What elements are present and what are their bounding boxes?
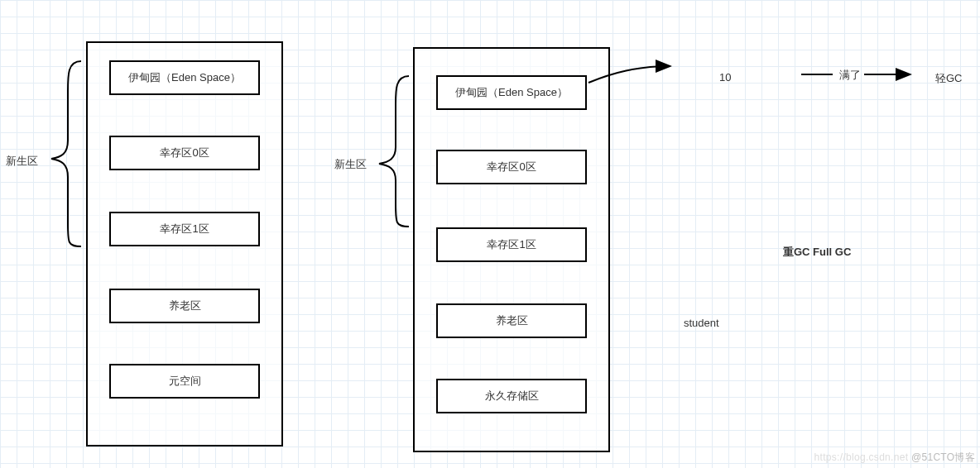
box-meta-left: 元空间 bbox=[109, 364, 260, 399]
box-label: 幸存区0区 bbox=[487, 160, 536, 174]
count-label: 10 bbox=[719, 71, 731, 84]
section-label-left: 新生区 bbox=[6, 154, 38, 169]
box-eden-mid: 伊甸园（Eden Space） bbox=[436, 75, 587, 110]
watermark-right: @51CTO博客 bbox=[911, 451, 975, 463]
box-old-mid: 养老区 bbox=[436, 303, 587, 338]
box-label: 幸存区0区 bbox=[160, 146, 209, 160]
box-label: 幸存区1区 bbox=[160, 222, 209, 236]
box-label: 养老区 bbox=[169, 298, 201, 313]
watermark: https://blog.csdn.net @51CTO博客 bbox=[814, 451, 975, 465]
box-survivor1-mid: 幸存区1区 bbox=[436, 227, 587, 262]
full-label: 满了 bbox=[839, 68, 861, 83]
section-label-mid: 新生区 bbox=[334, 157, 367, 172]
box-perm-mid: 永久存储区 bbox=[436, 379, 587, 413]
brace-left-icon bbox=[51, 61, 81, 246]
box-label: 伊甸园（Eden Space） bbox=[128, 70, 241, 85]
box-label: 永久存储区 bbox=[485, 389, 539, 404]
light-gc-label: 轻GC bbox=[935, 71, 963, 86]
watermark-left: https://blog.csdn.net bbox=[814, 451, 909, 463]
box-label: 伊甸园（Eden Space） bbox=[455, 85, 568, 100]
brace-mid-icon bbox=[379, 76, 409, 227]
box-label: 幸存区1区 bbox=[487, 237, 536, 252]
box-old-left: 养老区 bbox=[109, 289, 260, 323]
box-survivor0-left: 幸存区0区 bbox=[109, 136, 260, 170]
box-label: 元空间 bbox=[169, 374, 201, 389]
box-survivor0-mid: 幸存区0区 bbox=[436, 150, 587, 184]
box-eden-left: 伊甸园（Eden Space） bbox=[109, 60, 260, 95]
box-survivor1-left: 幸存区1区 bbox=[109, 212, 260, 246]
box-label: 养老区 bbox=[496, 313, 528, 328]
heavy-gc-label: 重GC Full GC bbox=[783, 245, 851, 260]
student-label: student bbox=[684, 317, 719, 329]
